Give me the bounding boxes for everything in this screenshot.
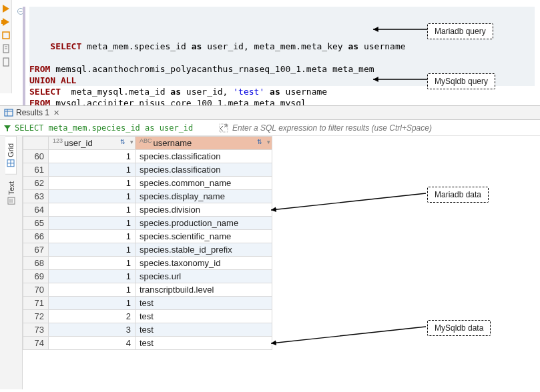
table-row[interactable]: 641species.division	[23, 203, 272, 217]
tab-text[interactable]: Text	[6, 175, 17, 211]
sort-icon[interactable]: ⇅	[257, 139, 262, 145]
svg-line-21	[271, 193, 426, 210]
cell-user-id[interactable]: 3	[49, 323, 136, 337]
cell-user-id[interactable]: 1	[49, 230, 136, 243]
results-tab-label[interactable]: Results 1	[16, 108, 49, 117]
cell-user-id[interactable]: 1	[49, 257, 136, 270]
table-row[interactable]: 661species.scientific_name	[23, 230, 272, 243]
row-number[interactable]: 60	[23, 150, 49, 163]
sql-preview-text: SELECT meta_mem.species_id as user_id	[15, 123, 215, 133]
cell-username[interactable]: test	[136, 323, 272, 337]
cell-user-id[interactable]: 1	[49, 297, 136, 310]
table-row[interactable]: 722test	[23, 310, 272, 323]
table-row[interactable]: 621species.common_name	[23, 177, 272, 190]
text-icon	[7, 197, 15, 205]
row-number[interactable]: 61	[23, 163, 49, 177]
arrow-icon	[267, 323, 431, 350]
row-number[interactable]: 72	[23, 310, 49, 323]
cell-username[interactable]: species.classification	[136, 150, 272, 163]
table-row[interactable]: 651species.production_name	[23, 217, 272, 230]
table-row[interactable]: 733test	[23, 323, 272, 337]
row-number[interactable]: 64	[23, 203, 49, 217]
arrow-icon	[267, 187, 431, 213]
cell-user-id[interactable]: 1	[49, 163, 136, 177]
cell-username[interactable]: test	[136, 337, 272, 350]
annot-mysqldb-query: MySqldb query	[427, 73, 495, 89]
filter-row: SELECT meta_mem.species_id as user_id	[0, 120, 540, 136]
kw-from: FROM	[29, 64, 50, 74]
row-number[interactable]: 63	[23, 190, 49, 203]
row-number[interactable]: 68	[23, 257, 49, 270]
svg-line-22	[271, 327, 426, 343]
table-row[interactable]: 691species.url	[23, 270, 272, 283]
row-number[interactable]: 65	[23, 217, 49, 230]
run-step-icon[interactable]	[1, 17, 11, 27]
sort-icon[interactable]: ⇅	[120, 139, 125, 145]
cell-user-id[interactable]: 1	[49, 270, 136, 283]
col-header-user-id[interactable]: 123user_id ⇅ ▾	[49, 137, 136, 150]
col-header-username[interactable]: ABCusername ⇅ ▾	[136, 137, 272, 150]
cell-username[interactable]: transcriptbuild.level	[136, 283, 272, 297]
explain-icon[interactable]	[1, 31, 11, 40]
cell-username[interactable]: species.url	[136, 270, 272, 283]
annot-mysqldb-data: MySqldb data	[427, 320, 491, 336]
rownum-header[interactable]	[23, 137, 49, 150]
row-number[interactable]: 70	[23, 283, 49, 297]
svg-rect-3	[3, 32, 9, 39]
editor-gutter	[0, 0, 12, 93]
svg-rect-2	[1, 20, 3, 24]
expand-icon[interactable]	[219, 123, 228, 133]
cell-username[interactable]: species.scientific_name	[136, 230, 272, 243]
filter-input[interactable]	[232, 123, 540, 133]
table-row[interactable]: 701transcriptbuild.level	[23, 283, 272, 297]
results-grid[interactable]: 123user_id ⇅ ▾ ABCusername ⇅ ▾ 601specie…	[23, 136, 540, 389]
close-icon[interactable]: ✕	[53, 109, 59, 117]
svg-marker-11	[4, 125, 11, 131]
cell-user-id[interactable]: 1	[49, 283, 136, 297]
row-number[interactable]: 67	[23, 243, 49, 257]
cell-username[interactable]: species.production_name	[136, 217, 272, 230]
row-number[interactable]: 69	[23, 270, 49, 283]
row-number[interactable]: 71	[23, 297, 49, 310]
table-row[interactable]: 601species.classification	[23, 150, 272, 163]
column-filter-icon[interactable]: ▾	[267, 139, 270, 145]
cell-user-id[interactable]: 1	[49, 150, 136, 163]
row-number[interactable]: 66	[23, 230, 49, 243]
cell-user-id[interactable]: 4	[49, 337, 136, 350]
table-row[interactable]: 611species.classification	[23, 163, 272, 177]
cell-username[interactable]: test	[136, 310, 272, 323]
table-row[interactable]: 744test	[23, 337, 272, 350]
cell-username[interactable]: species.taxonomy_id	[136, 257, 272, 270]
results-icon	[4, 108, 13, 117]
cell-username[interactable]: species.division	[136, 203, 272, 217]
grid-icon	[7, 159, 15, 167]
cell-user-id[interactable]: 2	[49, 310, 136, 323]
row-number[interactable]: 73	[23, 323, 49, 337]
cell-user-id[interactable]: 1	[49, 190, 136, 203]
cell-user-id[interactable]: 1	[49, 177, 136, 190]
cell-username[interactable]: species.stable_id_prefix	[136, 243, 272, 257]
cell-username[interactable]: test	[136, 297, 272, 310]
script-icon[interactable]	[1, 44, 11, 53]
svg-rect-7	[3, 58, 9, 66]
arrow-icon	[370, 71, 431, 85]
table-row[interactable]: 681species.taxonomy_id	[23, 257, 272, 270]
svg-rect-16	[8, 197, 15, 204]
cell-user-id[interactable]: 1	[49, 243, 136, 257]
cell-username[interactable]: species.classification	[136, 163, 272, 177]
column-filter-icon[interactable]: ▾	[130, 139, 133, 145]
cell-username[interactable]: species.display_name	[136, 190, 272, 203]
commit-icon[interactable]	[1, 57, 11, 67]
run-icon[interactable]	[1, 4, 11, 13]
cell-username[interactable]: species.common_name	[136, 177, 272, 190]
row-number[interactable]: 74	[23, 337, 49, 350]
table-row[interactable]: 671species.stable_id_prefix	[23, 243, 272, 257]
cell-user-id[interactable]: 1	[49, 217, 136, 230]
svg-marker-0	[3, 5, 9, 13]
cell-user-id[interactable]: 1	[49, 203, 136, 217]
sql-toggle-icon[interactable]	[3, 123, 12, 133]
table-row[interactable]: 631species.display_name	[23, 190, 272, 203]
row-number[interactable]: 62	[23, 177, 49, 190]
table-row[interactable]: 711test	[23, 297, 272, 310]
tab-grid[interactable]: Grid	[5, 136, 17, 175]
